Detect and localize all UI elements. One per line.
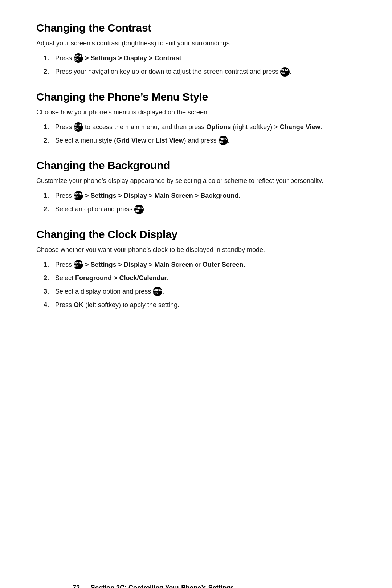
step-background-2: 2. Select an option and press MENUOK. [44, 204, 356, 214]
step-contrast-2: 2. Press your navigation key up or down … [44, 67, 356, 77]
section-menu-style: Changing the Phone’s Menu Style Choose h… [36, 91, 356, 146]
step-text: Select a display option and press MENUOK… [55, 287, 356, 297]
steps-list-clock: 1. Press MENUOK > Settings > Display > M… [44, 260, 356, 310]
menu-icon: MENUOK [74, 53, 83, 63]
step-number: 1. [44, 191, 54, 201]
step-text: Press MENUOK > Settings > Display > Cont… [55, 53, 356, 63]
menu-icon: MENUOK [74, 260, 83, 269]
step-contrast-1: 1. Press MENUOK > Settings > Display > C… [44, 53, 356, 63]
step-number: 1. [44, 53, 54, 63]
steps-list-menu-style: 1. Press MENUOK to access the main menu,… [44, 122, 356, 146]
step-text: Press your navigation key up or down to … [55, 67, 356, 77]
section-background: Changing the Background Customize your p… [36, 159, 356, 215]
page-wrapper: Changing the Contrast Adjust your screen… [36, 22, 359, 588]
section-title-clock: Changing the Clock Display [36, 228, 356, 241]
step-number: 4. [44, 300, 54, 310]
menu-icon: MENUOK [280, 67, 290, 77]
step-background-1: 1. Press MENUOK > Settings > Display > M… [44, 191, 356, 201]
step-text: Press MENUOK > Settings > Display > Main… [55, 191, 356, 201]
step-number: 3. [44, 287, 54, 297]
menu-icon: MENUOK [134, 205, 144, 214]
section-title-menu-style: Changing the Phone’s Menu Style [36, 91, 356, 103]
step-number: 1. [44, 260, 54, 270]
step-number: 2. [44, 136, 54, 146]
step-text: Press MENUOK to access the main menu, an… [55, 122, 356, 132]
steps-list-contrast: 1. Press MENUOK > Settings > Display > C… [44, 53, 356, 77]
section-contrast: Changing the Contrast Adjust your screen… [36, 22, 356, 77]
step-text: Select Foreground > Clock/Calendar. [55, 273, 356, 283]
section-title-contrast: Changing the Contrast [36, 22, 356, 34]
step-text: Press MENUOK > Settings > Display > Main… [55, 260, 356, 270]
step-number: 2. [44, 67, 54, 77]
footer-page-number: 72 [73, 584, 80, 588]
menu-icon: MENUOK [74, 122, 83, 132]
step-clock-4: 4. Press OK (left softkey) to apply the … [44, 300, 356, 310]
menu-icon: MENUOK [74, 191, 83, 200]
page-content: Changing the Contrast Adjust your screen… [36, 22, 356, 310]
section-clock: Changing the Clock Display Choose whethe… [36, 228, 356, 310]
section-intro-clock: Choose whether you want your phone’s clo… [36, 245, 356, 255]
step-clock-2: 2. Select Foreground > Clock/Calendar. [44, 273, 356, 283]
steps-list-background: 1. Press MENUOK > Settings > Display > M… [44, 191, 356, 215]
step-menu-style-2: 2. Select a menu style (Grid View or Lis… [44, 136, 356, 146]
section-intro-background: Customize your phone’s display appearanc… [36, 176, 356, 186]
step-number: 2. [44, 273, 54, 283]
section-title-background: Changing the Background [36, 159, 356, 172]
step-text: Select a menu style (Grid View or List V… [55, 136, 356, 146]
footer-section-text: Section 2C: Controlling Your Phone’s Set… [91, 584, 234, 588]
step-text: Select an option and press MENUOK. [55, 204, 356, 214]
step-clock-1: 1. Press MENUOK > Settings > Display > M… [44, 260, 356, 270]
step-clock-3: 3. Select a display option and press MEN… [44, 287, 356, 297]
section-intro-menu-style: Choose how your phone’s menu is displaye… [36, 107, 356, 117]
menu-icon: MENUOK [219, 136, 228, 145]
page-footer: 72 Section 2C: Controlling Your Phone’s … [36, 578, 359, 588]
step-number: 1. [44, 122, 54, 132]
menu-icon: MENUOK [153, 287, 162, 296]
section-intro-contrast: Adjust your screen's contrast (brightnes… [36, 38, 356, 48]
step-text: Press OK (left softkey) to apply the set… [55, 300, 356, 310]
step-number: 2. [44, 204, 54, 214]
step-menu-style-1: 1. Press MENUOK to access the main menu,… [44, 122, 356, 132]
